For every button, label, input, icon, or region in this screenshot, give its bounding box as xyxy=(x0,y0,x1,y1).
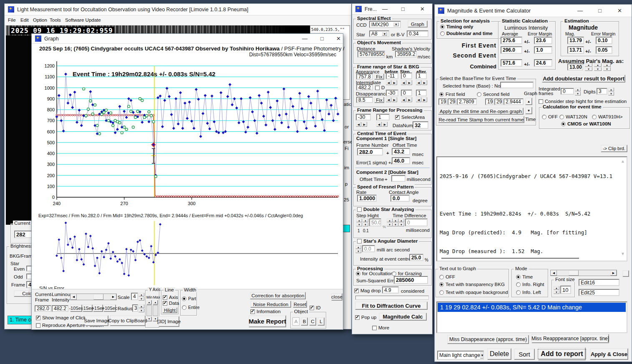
for-grazing-radio[interactable]: for Grazing xyxy=(392,271,422,276)
proc-range-start-spinner[interactable]: ◀▶ xyxy=(356,122,367,127)
popup-checkbox[interactable]: Pop up xyxy=(355,315,376,320)
mode-info-left-radio[interactable]: Info. Left xyxy=(516,290,541,295)
plus-1sec-button[interactable]: +1Sec xyxy=(93,304,103,312)
datanum-field[interactable]: 32 xyxy=(413,121,428,129)
pair-mag-field[interactable]: 13.00 xyxy=(567,63,583,70)
mag-first-field[interactable]: 13.79 xyxy=(567,37,584,44)
mag-second-field[interactable]: 13.71 xyxy=(567,46,584,54)
menu-edit[interactable]: Edit xyxy=(20,18,29,23)
timing-only-radio[interactable]: Timing only xyxy=(440,24,473,29)
font-size-field[interactable]: 10 xyxy=(560,286,571,294)
selected-frame-field[interactable] xyxy=(500,82,534,88)
disappearance-field[interactable]: 8.5 xyxy=(356,97,373,103)
intermidiate-field[interactable]: 482.2 xyxy=(356,84,373,90)
proc-range-end-field[interactable]: 1 xyxy=(376,114,390,120)
maximize-icon[interactable]: □ xyxy=(401,6,405,12)
width-entire-radio[interactable]: Entire xyxy=(182,305,199,310)
sum-squared-error-field[interactable]: 285060 xyxy=(394,276,428,284)
magnitude-calc-button[interactable]: Magnitude Calc xyxy=(379,313,427,321)
contact-angle-field[interactable]: 0.0 xyxy=(390,195,410,202)
radius-spinner[interactable]: ▲▼ xyxy=(138,304,144,312)
ymax-up-button[interactable]: ▲ xyxy=(153,300,158,305)
calculator-titlebar[interactable]: Magnitude & Event time Calculator xyxy=(435,5,632,17)
second-field-radio[interactable]: Second field xyxy=(477,92,509,97)
td-spinner-c[interactable]: ▲▼ xyxy=(398,218,404,226)
mag-drop-checkbox[interactable]: Mag drop xyxy=(354,288,381,293)
minus-1sec-button[interactable]: -1Sec xyxy=(83,304,93,312)
off-radio[interactable]: OFF xyxy=(542,114,558,119)
ymin-down-button[interactable]: ▼ xyxy=(146,316,152,321)
add-doublestar-button[interactable]: Add doublestar result to Report xyxy=(542,75,625,83)
double-star-legend[interactable]: Double Star Analyzing xyxy=(356,207,415,212)
add-to-report-button[interactable]: Add to report xyxy=(538,347,586,360)
mag-drop-field[interactable]: 4.9 xyxy=(382,286,399,294)
pair-spinner-1[interactable]: ▲▼ xyxy=(585,63,592,71)
data-checkbox[interactable]: Data xyxy=(163,301,179,306)
app-step-field[interactable]: 0 xyxy=(401,73,412,79)
err-first-field[interactable]: 23.6 xyxy=(534,37,552,44)
reread-timestamp-button[interactable]: Re-read Time Stamp from current frame xyxy=(438,116,524,123)
offset-time2-field[interactable] xyxy=(391,175,405,182)
bottom-hscrollbar[interactable]: ◀▶ xyxy=(550,270,617,276)
close-icon[interactable]: ✕ xyxy=(420,6,425,12)
offset-time-field[interactable]: 43.2 xyxy=(392,148,410,155)
light-curve-chart[interactable]: 0100200300400500600700800900100011001200… xyxy=(36,57,340,212)
miss-disappearance-button[interactable]: Miss Disappearance (approx. time) xyxy=(447,335,529,344)
object-l-button[interactable]: L xyxy=(317,317,325,326)
delete-button[interactable]: Delete xyxy=(487,348,511,360)
error-field[interactable]: 46.0 xyxy=(392,157,410,164)
dis-before-field[interactable]: -30 xyxy=(386,90,398,96)
font-size-spinner[interactable]: ▲▼ xyxy=(554,286,559,294)
more-checkbox[interactable]: More xyxy=(372,325,389,330)
textout-off-radio[interactable]: OFF xyxy=(439,274,455,279)
td-spinner-a[interactable]: ▲▼ xyxy=(387,218,393,226)
object-b-button[interactable]: B xyxy=(301,317,308,326)
pair-spinner-3[interactable]: ▲▼ xyxy=(603,63,611,71)
bv-field[interactable]: 0.34 xyxy=(407,30,428,37)
edit16-field[interactable]: Edit16 xyxy=(579,279,619,286)
graph-titlebar[interactable]: Graph xyxy=(32,34,343,44)
edit25-field[interactable]: Edit25 xyxy=(579,289,619,296)
first-hh-field[interactable]: 19 xyxy=(438,98,447,105)
menu-option[interactable]: Option xyxy=(33,18,47,23)
current-frame-input[interactable]: 282.0 xyxy=(35,305,51,312)
appearance-field[interactable]: 757.8 xyxy=(356,73,373,80)
mode-time-radio[interactable]: Time xyxy=(516,274,533,279)
menu-software-update[interactable]: Software Update xyxy=(65,18,101,23)
rate-field[interactable]: 1.0000 xyxy=(357,195,377,202)
radius-input[interactable]: 3 xyxy=(132,304,138,312)
event-list-box[interactable]: 1 19 29 02.824 +/- 0.083s, S/N= 5.42 D M… xyxy=(436,301,627,333)
noise-reduction-button[interactable]: Noise Reduction xyxy=(250,301,291,308)
graph-up-button[interactable]: ▲ xyxy=(525,98,532,105)
step-spinner-01[interactable]: ▲▼ xyxy=(363,218,368,226)
luminous-input[interactable]: 482.2 xyxy=(52,305,68,312)
scale-spinner[interactable]: ▲▼ xyxy=(138,293,144,301)
avg-first-field[interactable]: 275.6 xyxy=(501,37,522,44)
apply-close-button[interactable]: Apply & Close xyxy=(590,348,628,360)
hilight-button[interactable]: Hilight xyxy=(162,307,177,313)
menu-file[interactable]: File xyxy=(8,18,16,23)
app-before-spinner[interactable]: ◀▶ xyxy=(386,80,397,85)
textout-transparent-radio[interactable]: Text with transparency BKG xyxy=(439,282,505,287)
current-frame-field[interactable]: 282 xyxy=(14,231,33,238)
avg-second-field[interactable]: 296.0 xyxy=(501,46,522,54)
main-titlebar[interactable]: Light Measurement tool for Occultation O… xyxy=(5,4,351,15)
event-frame-field[interactable]: 282.0 xyxy=(357,148,383,156)
cmos-wat100n-radio[interactable]: CMOS or WAT100N xyxy=(561,121,611,126)
mag-err-second-field[interactable]: 0.05 xyxy=(596,46,612,54)
disappearance-fix-button[interactable]: Fix xyxy=(374,97,384,103)
reset-button[interactable]: Reset xyxy=(293,301,307,308)
scale-input[interactable]: 4 xyxy=(131,293,138,300)
for-occultation-radio[interactable]: for Occultation xyxy=(356,271,393,276)
integrated-frames-field[interactable]: 0 xyxy=(561,88,574,95)
list-item-selected[interactable]: 1 19 29 02.824 +/- 0.083s, S/N= 5.42 D M… xyxy=(438,303,626,312)
wat120n-radio[interactable]: WAT120N xyxy=(559,114,587,119)
app-step-spinner[interactable]: ◀▶ xyxy=(401,80,412,85)
d-checkbox[interactable]: D xyxy=(375,85,385,90)
spectral-graph-button[interactable]: Graph xyxy=(408,20,428,28)
appearance-fix-button[interactable]: Fix xyxy=(374,73,384,80)
err-second-field[interactable]: 1.0 xyxy=(534,46,552,54)
first-field-radio[interactable]: First field xyxy=(439,92,465,97)
wat910h-radio[interactable]: WAT910H> xyxy=(592,114,622,119)
save-image-button[interactable]: Save Image xyxy=(85,315,108,326)
